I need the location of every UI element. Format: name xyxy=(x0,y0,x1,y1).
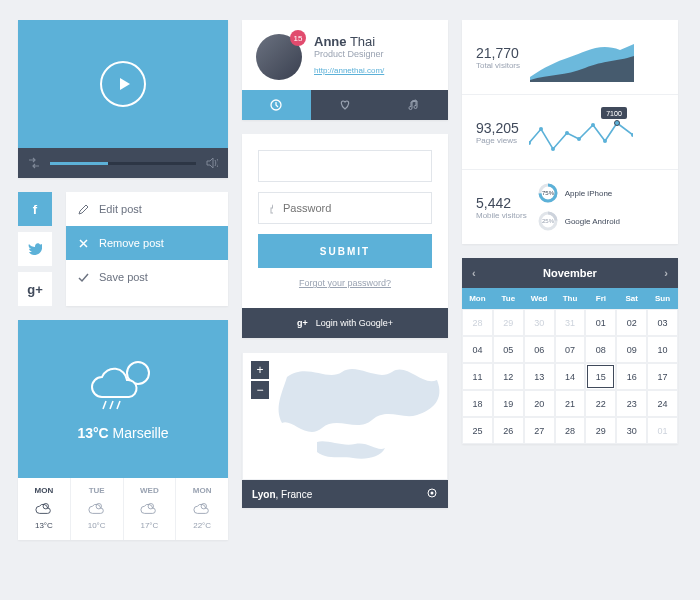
svg-line-2 xyxy=(110,401,113,409)
cal-day[interactable]: 30 xyxy=(524,309,555,336)
cal-day[interactable]: 05 xyxy=(493,336,524,363)
zoom-in-button[interactable]: + xyxy=(251,361,269,379)
lock-icon xyxy=(269,203,273,214)
cal-day[interactable]: 28 xyxy=(555,417,586,444)
google-login-button[interactable]: g+Login with Google+ xyxy=(242,308,448,338)
username-input[interactable] xyxy=(258,150,432,182)
svg-point-18 xyxy=(565,131,569,135)
cal-prev-button[interactable]: ‹ xyxy=(472,267,476,279)
cal-month: November xyxy=(543,267,597,279)
play-button[interactable] xyxy=(100,61,146,107)
login-card: SUBMIT Forgot your password? g+Login wit… xyxy=(242,134,448,338)
map-location: Lyon, France xyxy=(252,489,312,500)
cal-day[interactable]: 06 xyxy=(524,336,555,363)
svg-point-17 xyxy=(551,147,555,151)
cal-day[interactable]: 13 xyxy=(524,363,555,390)
profile-name: Anne Thai xyxy=(314,34,384,49)
cal-day[interactable]: 27 xyxy=(524,417,555,444)
cal-day[interactable]: 04 xyxy=(462,336,493,363)
map-card: + − Lyon, France xyxy=(242,352,448,508)
mobile-label: Mobile visitors xyxy=(476,211,527,220)
dow-label: Mon xyxy=(462,288,493,309)
views-number: 93,205 xyxy=(476,120,519,136)
cal-day[interactable]: 29 xyxy=(585,417,616,444)
forecast-day[interactable]: MON22°C xyxy=(176,478,228,540)
shuffle-icon[interactable] xyxy=(28,157,40,169)
forecast-day[interactable]: MON13°C xyxy=(18,478,71,540)
cal-day[interactable]: 14 xyxy=(555,363,586,390)
facebook-button[interactable]: f xyxy=(18,192,52,226)
zoom-out-button[interactable]: − xyxy=(251,381,269,399)
stats-card: 21,770 Total visitors 93,205 Page views … xyxy=(462,20,678,244)
cal-day[interactable]: 17 xyxy=(647,363,678,390)
cal-day[interactable]: 20 xyxy=(524,390,555,417)
cal-day[interactable]: 10 xyxy=(647,336,678,363)
cal-day[interactable]: 31 xyxy=(555,309,586,336)
cal-day[interactable]: 02 xyxy=(616,309,647,336)
cal-day[interactable]: 24 xyxy=(647,390,678,417)
cal-day[interactable]: 30 xyxy=(616,417,647,444)
forecast-day[interactable]: TUE10°C xyxy=(71,478,124,540)
cal-day[interactable]: 19 xyxy=(493,390,524,417)
mobile-number: 5,442 xyxy=(476,195,527,211)
dow-label: Fri xyxy=(585,288,616,309)
cal-day[interactable]: 15 xyxy=(585,363,616,390)
device-iphone: 75% Apple iPhone xyxy=(537,182,620,204)
cal-day[interactable]: 09 xyxy=(616,336,647,363)
cal-day[interactable]: 25 xyxy=(462,417,493,444)
forecast-day[interactable]: WED17°C xyxy=(124,478,177,540)
dow-label: Sat xyxy=(616,288,647,309)
svg-point-22 xyxy=(614,121,619,126)
cal-dow-row: MonTueWedThuFriSatSun xyxy=(462,288,678,309)
cal-day[interactable]: 01 xyxy=(585,309,616,336)
tab-music[interactable] xyxy=(379,90,448,120)
cal-day[interactable]: 22 xyxy=(585,390,616,417)
volume-icon[interactable] xyxy=(206,157,218,169)
cal-day[interactable]: 12 xyxy=(493,363,524,390)
svg-point-19 xyxy=(577,137,581,141)
weather-hero-icon xyxy=(88,357,158,413)
cal-day[interactable]: 28 xyxy=(462,309,493,336)
svg-line-1 xyxy=(103,401,106,409)
googleplus-button[interactable]: g+ xyxy=(18,272,52,306)
cal-day[interactable]: 07 xyxy=(555,336,586,363)
dow-label: Sun xyxy=(647,288,678,309)
check-icon xyxy=(78,272,89,283)
map-view[interactable]: + − xyxy=(242,352,448,480)
calendar-card: ‹ November › MonTueWedThuFriSatSun 28293… xyxy=(462,258,678,444)
dow-label: Thu xyxy=(555,288,586,309)
cal-day[interactable]: 16 xyxy=(616,363,647,390)
avatar[interactable]: 15 xyxy=(256,34,302,80)
cal-day[interactable]: 01 xyxy=(647,417,678,444)
cal-next-button[interactable]: › xyxy=(664,267,668,279)
menu-item-x[interactable]: Remove post xyxy=(66,226,228,260)
menu-item-check[interactable]: Save post xyxy=(66,260,228,294)
cal-day[interactable]: 08 xyxy=(585,336,616,363)
cal-day[interactable]: 11 xyxy=(462,363,493,390)
svg-point-12 xyxy=(431,492,434,495)
forecast-row: MON13°CTUE10°CWED17°CMON22°C xyxy=(18,478,228,540)
tab-likes[interactable] xyxy=(311,90,380,120)
submit-button[interactable]: SUBMIT xyxy=(258,234,432,268)
forgot-password-link[interactable]: Forgot your password? xyxy=(258,268,432,292)
cal-day[interactable]: 26 xyxy=(493,417,524,444)
cal-day[interactable]: 23 xyxy=(616,390,647,417)
visitors-label: Total visitors xyxy=(476,61,520,70)
location-icon[interactable] xyxy=(426,488,438,500)
cal-day[interactable]: 03 xyxy=(647,309,678,336)
weather-card: 13°C Marseille MON13°CTUE10°CWED17°CMON2… xyxy=(18,320,228,540)
svg-text:75%: 75% xyxy=(542,190,555,196)
views-line-chart: 7100 xyxy=(529,107,633,157)
video-player-card xyxy=(18,20,228,178)
profile-tabs xyxy=(242,90,448,120)
video-progress[interactable] xyxy=(50,162,196,165)
tab-activity[interactable] xyxy=(242,90,311,120)
svg-text:25%: 25% xyxy=(542,218,555,224)
cal-day[interactable]: 21 xyxy=(555,390,586,417)
profile-link[interactable]: http://annethai.com/ xyxy=(314,66,384,75)
twitter-button[interactable] xyxy=(18,232,52,266)
menu-item-pencil[interactable]: Edit post xyxy=(66,192,228,226)
password-input[interactable] xyxy=(258,192,432,224)
cal-day[interactable]: 29 xyxy=(493,309,524,336)
cal-day[interactable]: 18 xyxy=(462,390,493,417)
